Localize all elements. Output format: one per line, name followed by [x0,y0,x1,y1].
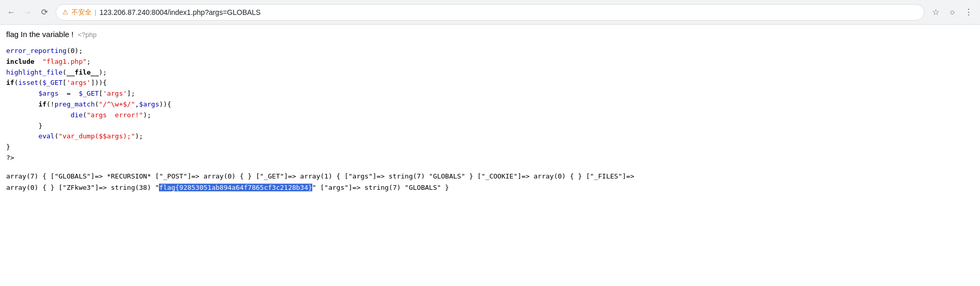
back-button[interactable]: ← [4,5,19,20]
toolbar-icons: ☆ ○ ⋮ [929,5,976,20]
flag-value: flag{92853051ab894a64f7865cf3c2128b34} [159,184,312,191]
page-title: flag In the variable ! <?php [6,30,974,39]
code-line-4: if(isset($_GET['args'])){ [6,78,974,88]
reload-button[interactable]: ⟳ [37,5,51,20]
nav-buttons: ← → ⟳ [4,5,51,20]
code-line-3: highlight_file(__file__); [6,67,974,78]
menu-button[interactable]: ⋮ [961,5,976,20]
code-block: error_reporting(0); include "flag1.php";… [6,46,974,164]
profile-button[interactable]: ○ [945,5,959,20]
output-before-flag: array(0) { } ["ZFkwe3"]=> string(38) " [6,184,159,191]
url-text: 123.206.87.240:8004/index1.php?args=GLOB… [99,8,918,16]
output-block: array(7) { ["GLOBALS"]=> *RECURSION* ["_… [6,171,974,193]
code-line-11: ?> [6,153,974,164]
code-line-10: } [6,142,974,153]
code-line-1: error_reporting(0); [6,46,974,57]
address-bar[interactable]: ⚠ 不安全 | 123.206.87.240:8004/index1.php?a… [56,4,924,21]
security-label: 不安全 [72,8,92,17]
code-line-9: eval("var_dump($$args);"); [6,131,974,142]
output-line-2: array(0) { } ["ZFkwe3"]=> string(38) "fl… [6,182,974,193]
php-open-tag: <?php [78,31,97,39]
code-line-7: die("args error!"); [6,110,974,121]
output-after-flag: " ["args"]=> string(7) "GLOBALS" } [312,184,449,191]
code-line-2: include "flag1.php"; [6,57,974,67]
code-line-6: if(!preg_match("/^\w+$/",$args)){ [6,99,974,110]
page-content: flag In the variable ! <?php error_repor… [0,25,980,199]
code-line-5: $args = $_GET['args']; [6,88,974,99]
output-line-1: array(7) { ["GLOBALS"]=> *RECURSION* ["_… [6,171,974,182]
code-line-8: } [6,121,974,132]
separator: | [95,8,96,16]
security-icon: ⚠ [62,8,68,16]
browser-chrome: ← → ⟳ ⚠ 不安全 | 123.206.87.240:8004/index1… [0,0,980,25]
forward-button[interactable]: → [21,5,35,20]
bookmark-button[interactable]: ☆ [929,5,943,20]
